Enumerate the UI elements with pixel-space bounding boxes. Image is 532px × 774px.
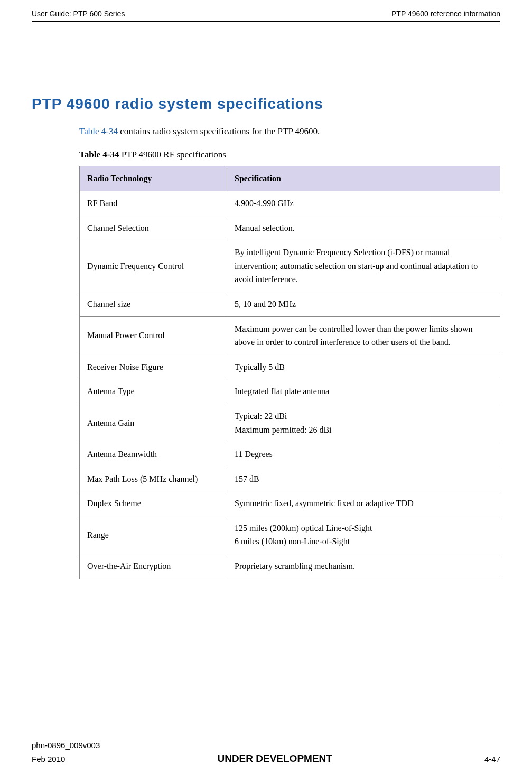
- table-header-col1: Radio Technology: [80, 166, 227, 191]
- table-row: RF Band4.900-4.990 GHz: [80, 191, 500, 216]
- spec-value: 11 Degrees: [227, 442, 500, 467]
- table-row: Duplex SchemeSymmetric fixed, asymmetric…: [80, 491, 500, 516]
- spec-value: Symmetric fixed, asymmetric fixed or ada…: [227, 491, 500, 516]
- table-header-col2: Specification: [227, 166, 500, 191]
- specifications-table: Radio Technology Specification RF Band4.…: [79, 166, 500, 579]
- spec-name: Duplex Scheme: [80, 491, 227, 516]
- footer-status: UNDER DEVELOPMENT: [217, 753, 332, 764]
- table-row: Channel SelectionManual selection.: [80, 216, 500, 240]
- table-row: Antenna Beamwidth11 Degrees: [80, 442, 500, 467]
- footer-page-number: 4-47: [484, 754, 500, 763]
- spec-name: Manual Power Control: [80, 316, 227, 355]
- section-title: PTP 49600 radio system specifications: [32, 96, 500, 113]
- table-header-row: Radio Technology Specification: [80, 166, 500, 191]
- table-caption: Table 4-34 PTP 49600 RF specifications: [79, 147, 500, 162]
- spec-name: Antenna Type: [80, 379, 227, 404]
- spec-value: 4.900-4.990 GHz: [227, 191, 500, 216]
- spec-value: Manual selection.: [227, 216, 500, 240]
- header-left: User Guide: PTP 600 Series: [32, 10, 125, 18]
- spec-value: Typically 5 dB: [227, 355, 500, 379]
- spec-value: 157 dB: [227, 467, 500, 491]
- page-footer: phn-0896_009v003 Feb 2010 UNDER DEVELOPM…: [32, 741, 500, 764]
- spec-value: Maximum power can be controlled lower th…: [227, 316, 500, 355]
- spec-name: Max Path Loss (5 MHz channel): [80, 467, 227, 491]
- table-row: Max Path Loss (5 MHz channel)157 dB: [80, 467, 500, 491]
- spec-name: Channel size: [80, 292, 227, 316]
- table-row: Over-the-Air EncryptionProprietary scram…: [80, 554, 500, 579]
- spec-name: Channel Selection: [80, 216, 227, 240]
- table-row: Manual Power ControlMaximum power can be…: [80, 316, 500, 355]
- spec-name: Over-the-Air Encryption: [80, 554, 227, 579]
- spec-name: RF Band: [80, 191, 227, 216]
- header-right: PTP 49600 reference information: [391, 10, 500, 18]
- spec-value: Integrated flat plate antenna: [227, 379, 500, 404]
- table-caption-label: Table 4-34: [79, 150, 119, 160]
- footer-date: Feb 2010: [32, 754, 65, 763]
- page-header: User Guide: PTP 600 Series PTP 49600 ref…: [32, 0, 500, 22]
- footer-doc-id: phn-0896_009v003: [32, 741, 500, 750]
- spec-name: Receiver Noise Figure: [80, 355, 227, 379]
- spec-value: 125 miles (200km) optical Line-of-Sight6…: [227, 516, 500, 554]
- spec-name: Antenna Beamwidth: [80, 442, 227, 467]
- spec-value: Typical: 22 dBiMaximum permitted: 26 dBi: [227, 404, 500, 442]
- table-row: Dynamic Frequency ControlBy intelligent …: [80, 240, 500, 292]
- table-row: Antenna GainTypical: 22 dBiMaximum permi…: [80, 404, 500, 442]
- spec-value: Proprietary scrambling mechanism.: [227, 554, 500, 579]
- spec-name: Dynamic Frequency Control: [80, 240, 227, 292]
- table-caption-text: PTP 49600 RF specifications: [119, 150, 226, 160]
- table-row: Channel size5, 10 and 20 MHz: [80, 292, 500, 316]
- spec-name: Antenna Gain: [80, 404, 227, 442]
- table-row: Receiver Noise FigureTypically 5 dB: [80, 355, 500, 379]
- intro-paragraph: Table 4-34 contains radio system specifi…: [79, 124, 500, 138]
- table-row: Range125 miles (200km) optical Line-of-S…: [80, 516, 500, 554]
- spec-value: 5, 10 and 20 MHz: [227, 292, 500, 316]
- table-reference-link[interactable]: Table 4-34: [79, 126, 118, 136]
- spec-name: Range: [80, 516, 227, 554]
- spec-value: By intelligent Dynamic Frequency Selecti…: [227, 240, 500, 292]
- intro-text: contains radio system specifications for…: [118, 126, 320, 136]
- table-row: Antenna TypeIntegrated flat plate antenn…: [80, 379, 500, 404]
